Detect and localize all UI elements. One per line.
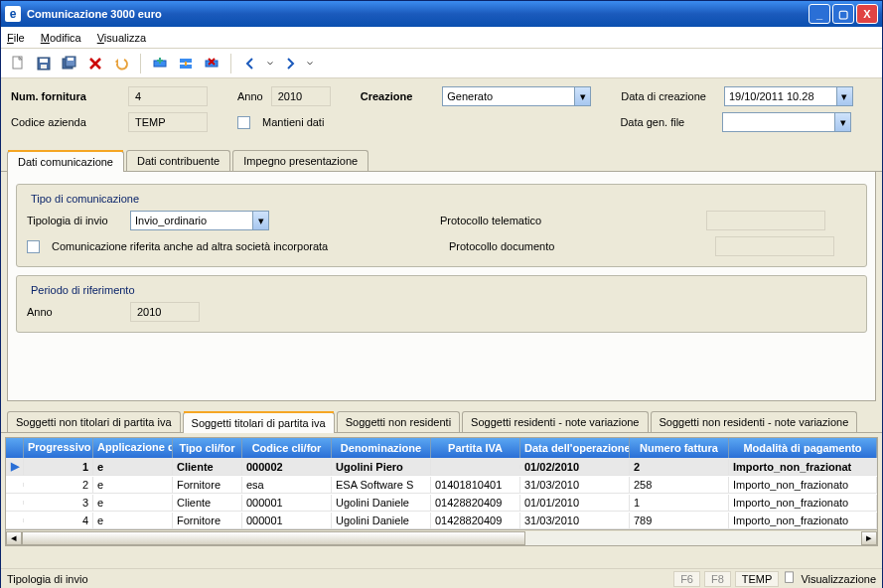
scroll-right-button[interactable]: ▸	[861, 531, 877, 545]
undo-icon[interactable]	[110, 53, 132, 74]
data-creazione-label: Data di creazione	[621, 90, 706, 102]
data-gen-file-field[interactable]: ▾	[722, 112, 851, 132]
scroll-left-button[interactable]: ◂	[6, 531, 22, 545]
subtab-non-residenti-note[interactable]: Soggetti non residenti - note variazione	[651, 411, 858, 432]
tipologia-invio-label: Tipologia di invio	[27, 215, 122, 226]
scroll-thumb[interactable]	[22, 531, 525, 545]
save-icon[interactable]	[33, 53, 55, 74]
new-document-icon[interactable]	[7, 53, 29, 74]
col-numero-fattura[interactable]: Numero fattura	[630, 438, 729, 458]
col-denominazione[interactable]: Denominazione	[332, 438, 431, 458]
cell-tipo: Cliente	[173, 459, 242, 475]
anno-field[interactable]: 2010	[271, 86, 331, 106]
protocollo-documento-label: Protocollo documento	[449, 240, 707, 252]
tipologia-invio-select[interactable]: Invio_ordinario ▾	[130, 211, 269, 230]
nav-next-icon[interactable]	[279, 53, 301, 74]
menu-modifica[interactable]: Modifica	[41, 32, 81, 44]
protocollo-documento-field[interactable]	[715, 236, 834, 256]
status-mode: Visualizzazione	[801, 573, 876, 585]
delete-icon[interactable]	[84, 53, 106, 74]
nav-next-dropdown-icon[interactable]	[305, 53, 315, 74]
row-marker	[6, 483, 24, 487]
document-icon	[783, 571, 797, 587]
cell-modalita: Importo_non_frazionato	[729, 477, 877, 493]
close-button[interactable]: X	[856, 4, 878, 24]
subtab-titolari[interactable]: Soggetti titolari di partita iva	[183, 412, 335, 433]
tab-dati-comunicazione[interactable]: Dati comunicazione	[7, 151, 124, 172]
scroll-track[interactable]	[22, 531, 861, 545]
insert-row-icon[interactable]	[175, 53, 197, 74]
menubar: File Modifica Visualizza	[1, 27, 882, 49]
nav-prev-icon[interactable]	[239, 53, 261, 74]
tab-dati-contribuente[interactable]: Dati contribuente	[126, 150, 230, 171]
col-modalita-pagamento[interactable]: Modalità di pagamento	[729, 438, 877, 458]
status-f8: F8	[704, 571, 731, 587]
maximize-button[interactable]: ▢	[832, 4, 854, 24]
window-title: Comunicazione 3000 euro	[27, 8, 807, 20]
table-row[interactable]: 2eFornitoreesaESA Software S014018104013…	[6, 476, 877, 494]
row-marker: ▶	[6, 458, 24, 475]
subtab-non-residenti[interactable]: Soggetti non residenti	[337, 411, 460, 432]
tab-impegno-presentazione[interactable]: Impegno presentazione	[232, 150, 368, 171]
svg-rect-2	[40, 59, 48, 63]
toolbar-separator-2	[230, 54, 231, 74]
col-data-operazione[interactable]: Data dell'operazione	[520, 438, 630, 458]
cell-tipo: Fornitore	[173, 513, 242, 528]
subtab-residenti-note[interactable]: Soggetti residenti - note variazione	[462, 411, 648, 432]
periodo-anno-field[interactable]: 2010	[130, 302, 200, 322]
cell-progressivo: 2	[24, 477, 93, 493]
fieldset-periodo: Periodo di riferimento Anno 2010	[16, 275, 867, 333]
cell-denominazione: Ugolini Daniele	[332, 495, 431, 511]
anno-label: Anno	[237, 90, 263, 102]
status-temp: TEMP	[735, 571, 780, 587]
row-marker-header	[6, 438, 24, 458]
protocollo-telematico-field[interactable]	[706, 211, 825, 230]
grid-body: ▶1eCliente000002Ugolini Piero01/02/20102…	[6, 458, 877, 529]
cell-partita-iva: 01428820409	[431, 513, 520, 528]
codice-azienda-field[interactable]: TEMP	[128, 112, 208, 132]
remove-row-icon[interactable]	[201, 53, 222, 74]
cell-codice: 000001	[242, 495, 332, 511]
num-fornitura-field[interactable]: 4	[128, 86, 208, 106]
cell-applicazione: e	[93, 513, 173, 528]
table-row[interactable]: 4eFornitore000001Ugolini Daniele01428820…	[6, 512, 877, 529]
comunicazione-riferita-checkbox[interactable]	[27, 240, 40, 253]
table-row[interactable]: ▶1eCliente000002Ugolini Piero01/02/20102…	[6, 458, 877, 476]
main-tabstrip: Dati comunicazione Dati contribuente Imp…	[1, 150, 882, 172]
cell-partita-iva: 01401810401	[431, 477, 520, 493]
statusbar: Tipologia di invio F6 F8 TEMP Visualizza…	[1, 568, 882, 588]
creazione-value: Generato	[447, 90, 493, 102]
cell-denominazione: ESA Software S	[332, 477, 431, 493]
creazione-label: Creazione	[361, 90, 413, 102]
cell-applicazione: e	[93, 495, 173, 511]
nav-prev-dropdown-icon[interactable]	[265, 53, 275, 74]
form-header: Num. fornitura 4 Anno 2010 Creazione Gen…	[1, 78, 882, 146]
horizontal-scrollbar[interactable]: ◂ ▸	[6, 529, 877, 545]
col-codice-clifor[interactable]: Codice cli/for	[242, 438, 332, 458]
col-partita-iva[interactable]: Partita IVA	[431, 438, 520, 458]
col-progressivo[interactable]: Progressivo riga	[24, 438, 93, 458]
cell-data-operazione: 01/02/2010	[520, 459, 630, 475]
subtab-non-titolari[interactable]: Soggetti non titolari di partita iva	[7, 411, 181, 432]
cell-tipo: Fornitore	[173, 477, 242, 493]
data-creazione-field[interactable]: 19/10/2011 10.28 ▾	[724, 86, 853, 106]
periodo-anno-label: Anno	[27, 306, 122, 318]
col-tipo-clifor[interactable]: Tipo cli/for	[173, 438, 242, 458]
cell-applicazione: e	[93, 459, 173, 475]
col-applicazione[interactable]: Applicazione di provenienza	[93, 438, 173, 458]
menu-file[interactable]: File	[7, 32, 25, 44]
fieldset-tipo-comunicazione: Tipo di comunicazione Tipologia di invio…	[16, 184, 867, 267]
mantieni-dati-checkbox[interactable]	[237, 116, 250, 129]
table-row[interactable]: 3eCliente000001Ugolini Daniele0142882040…	[6, 494, 877, 512]
cell-codice: 000002	[242, 459, 332, 475]
chevron-down-icon: ▾	[836, 87, 852, 105]
svg-rect-3	[41, 65, 47, 69]
cell-denominazione: Ugolini Daniele	[332, 513, 431, 528]
menu-visualizza[interactable]: Visualizza	[97, 32, 146, 44]
status-f6: F6	[673, 571, 700, 587]
creazione-select[interactable]: Generato ▾	[442, 86, 591, 106]
add-row-icon[interactable]	[149, 53, 171, 74]
save-all-icon[interactable]	[59, 53, 80, 74]
minimize-button[interactable]: _	[809, 4, 830, 24]
data-gen-file-label: Data gen. file	[620, 116, 684, 128]
